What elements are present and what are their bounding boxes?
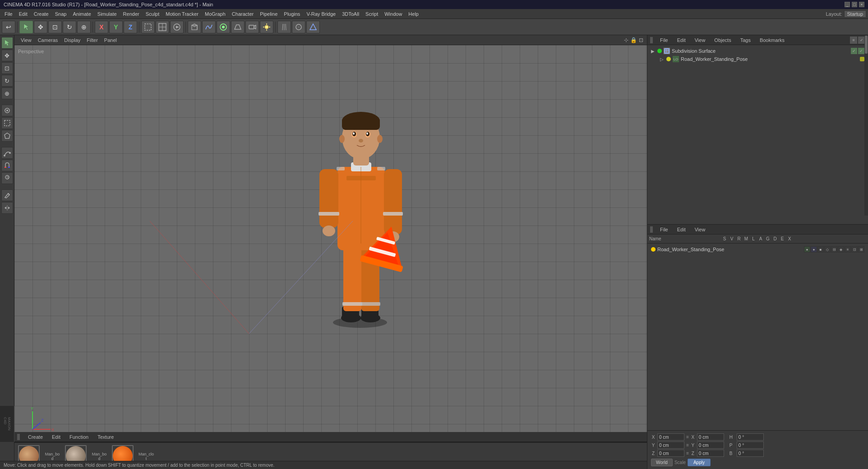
tool-brush[interactable]: S [1,172,13,184]
menu-file[interactable]: File [2,10,15,18]
tool-poly-selection[interactable] [1,130,13,142]
menu-edit[interactable]: Edit [16,10,30,18]
mode-y[interactable]: Y [109,21,123,33]
scene-motion-btn[interactable]: ◇ [824,246,831,253]
coord-x-input[interactable] [657,433,684,441]
objects-menu-view[interactable]: View [692,37,708,44]
obj-render-btn[interactable]: ✓ [858,48,864,54]
tool-transform[interactable]: ⊕ [1,87,13,99]
move-tool-button[interactable]: ✥ [34,21,47,33]
cube-object-button[interactable] [188,21,201,33]
light-button[interactable] [260,21,273,33]
mode-x[interactable]: X [95,21,108,33]
coord-y2-input[interactable] [697,441,724,449]
menu-mograph[interactable]: MoGraph [202,10,228,18]
coord-h-input[interactable] [737,433,764,441]
menu-help[interactable]: Help [406,10,421,18]
scene-menu-edit[interactable]: Edit [674,226,688,233]
viewport-3d[interactable]: Perspective [14,45,647,448]
viewport-menu-filter[interactable]: Filter [84,37,100,44]
objects-menu-edit[interactable]: Edit [674,37,688,44]
world-button[interactable]: World [651,459,673,466]
menu-sculpt[interactable]: Sculpt [143,10,162,18]
menu-pipeline[interactable]: Pipeline [257,10,280,18]
material-menu-edit[interactable]: Edit [49,433,63,441]
sculpt-btn[interactable] [292,21,305,33]
select-tool-button[interactable] [19,21,33,33]
tool-live-selection[interactable] [1,105,13,116]
coord-z-input[interactable] [657,450,684,457]
tool-scale[interactable]: ⊡ [1,62,13,74]
coord-z2-input[interactable] [697,450,724,457]
material-menu-texture[interactable]: Texture [95,433,116,441]
scene-menu-view[interactable]: View [692,226,708,233]
viewport-lock-button[interactable]: 🔒 [630,37,637,43]
coord-b-input[interactable] [737,450,764,457]
scene-item-road-worker[interactable]: Road_Worker_Standing_Pose ● ● ■ ◇ ⊟ ◈ ≡ … [649,245,866,253]
obj-visible-btn[interactable]: ✓ [851,48,857,54]
scrollbar-thumb[interactable] [865,36,868,54]
camera-button[interactable] [245,21,259,33]
render-button[interactable] [170,21,184,33]
objects-view-btn[interactable]: ≡ [850,37,857,44]
coord-p-input[interactable] [737,441,764,449]
menu-create[interactable]: Create [31,10,51,18]
menu-plugins[interactable]: Plugins [281,10,303,18]
transform-button[interactable]: ⊕ [77,21,91,33]
objects-menu-tags[interactable]: Tags [738,37,753,44]
apply-button[interactable]: Apply [688,459,711,466]
right-scrollbar[interactable] [864,35,868,216]
rotate-tool-button[interactable]: ↻ [63,21,76,33]
viewport-menu-panel[interactable]: Panel [102,37,120,44]
viewport-menu-display[interactable]: Display [61,37,83,44]
scene-vis-btn[interactable]: ● [804,246,810,253]
objects-menu-bookmarks[interactable]: Bookmarks [757,37,787,44]
obj-expand-btn[interactable]: ▷ [660,57,664,62]
scene-lock-btn[interactable]: ■ [817,246,824,253]
hair-button[interactable] [277,21,291,33]
menu-window[interactable]: Window [382,10,405,18]
mode-z[interactable]: Z [124,21,137,33]
tool-rotate[interactable]: ↻ [1,75,13,87]
render-region-button[interactable] [141,21,155,33]
deformer-button[interactable] [231,21,245,33]
tool-move[interactable]: ✥ [1,50,13,61]
minimize-button[interactable]: _ [845,2,850,7]
viewport-menu-view[interactable]: View [18,37,34,44]
vray-btn[interactable] [306,21,320,33]
scale-tool-button[interactable]: ⊡ [48,21,62,33]
maximize-button[interactable]: □ [852,2,857,7]
viewport-menu-cameras[interactable]: Cameras [35,37,61,44]
tool-paint[interactable] [1,189,13,201]
material-menu-function[interactable]: Function [67,433,91,441]
scene-icon-8[interactable]: ⊡ [851,246,858,253]
scene-icon-5[interactable]: ⊟ [831,246,837,253]
close-button[interactable]: × [859,2,864,7]
tool-rect-selection[interactable] [1,117,13,129]
menu-motion-tracker[interactable]: Motion Tracker [163,10,201,18]
menu-simulate[interactable]: Simulate [95,10,120,18]
menu-character[interactable]: Character [229,10,256,18]
objects-menu-objects[interactable]: Objects [711,37,734,44]
coord-x2-input[interactable] [697,433,724,441]
scene-icon-9[interactable]: ⊞ [858,246,864,253]
tool-magnet[interactable] [1,160,13,171]
menu-vray[interactable]: V-Ray Bridge [304,10,338,18]
object-subdivision-surface[interactable]: ▶ Subdivision Surface ✓ ✓ [649,47,866,55]
generator-button[interactable] [217,21,230,33]
menu-3dtoall[interactable]: 3DToAll [339,10,362,18]
tool-spline-pen[interactable] [1,147,13,159]
viewport-maximize-button[interactable]: ⊡ [639,37,643,43]
menu-snap[interactable]: Snap [52,10,69,18]
tool-select[interactable] [1,37,13,49]
menu-render[interactable]: Render [120,10,142,18]
scene-icon-6[interactable]: ◈ [838,246,844,253]
coord-y-input[interactable] [657,441,684,449]
tool-symmetry[interactable] [1,202,13,214]
viewport-expand-button[interactable]: ⊹ [624,37,628,43]
layout-selector[interactable]: Layout: Startup [826,10,866,18]
menu-animate[interactable]: Animate [70,10,93,18]
object-road-worker[interactable]: ▷ LO Road_Worker_Standing_Pose [649,55,866,63]
scene-menu-file[interactable]: File [657,226,671,233]
objects-menu-file[interactable]: File [657,37,671,44]
